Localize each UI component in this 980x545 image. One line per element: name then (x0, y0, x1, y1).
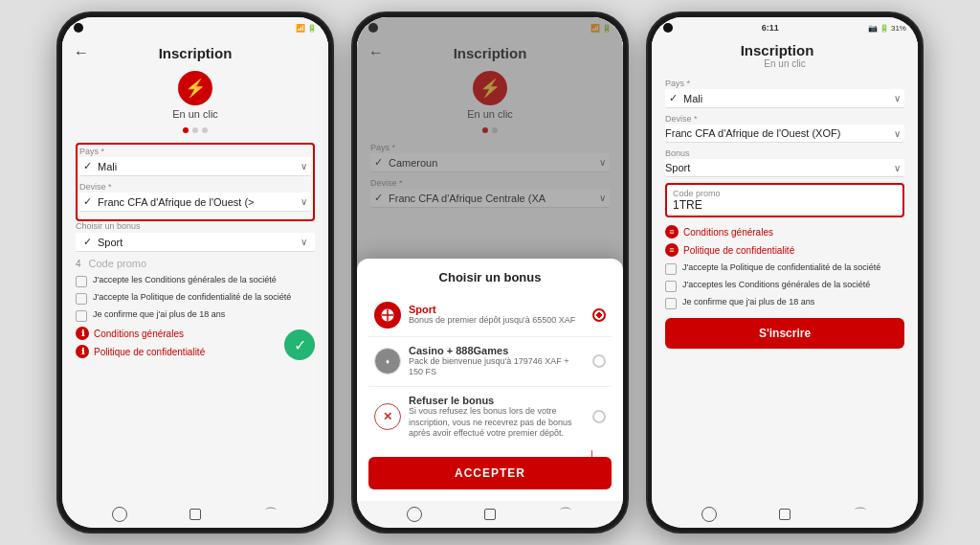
bonus-row-3[interactable]: Sport ∨ (665, 159, 904, 177)
pays-label-3: Pays * (665, 79, 904, 88)
promo-num-1: 4 (76, 259, 81, 269)
nav-square-3[interactable] (775, 505, 794, 524)
bonus-field-3[interactable]: Bonus Sport ∨ (665, 148, 904, 177)
status-bar-3: 6:11 📷 🔋 31% (652, 17, 918, 38)
refuse-desc: Si vous refusez les bonus lors de votre … (409, 406, 585, 440)
nav-square-2[interactable] (480, 505, 500, 524)
header-title-1: Inscription (89, 45, 301, 61)
checkbox-3-3[interactable] (665, 298, 677, 309)
link-row-3-2: ≡ Politique de confidentialité (665, 243, 904, 257)
casino-icon: ♦ (374, 348, 401, 375)
checkbox-3-1[interactable] (665, 263, 677, 275)
link-row-3-1: ≡ Conditions générales (665, 225, 904, 238)
devise-field-3[interactable]: Devise * Franc CFA d'Afrique de l'Ouest … (665, 114, 904, 143)
time-3: 6:11 (762, 23, 779, 33)
phone-1: 📶 🔋 ← Inscription ⚡ En un clic (56, 11, 334, 534)
green-check-btn-1[interactable]: ✓ (284, 329, 315, 360)
devise-row-1[interactable]: ✓ Franc CFA d'Afrique de l'Ouest (> ∨ (79, 193, 311, 212)
pays-row-3[interactable]: ✓ Mali ∨ (665, 89, 904, 108)
bonus-option-casino[interactable]: ♦ Casino + 888Games Pack de bienvenue ju… (368, 337, 612, 387)
link-text-3-1[interactable]: Conditions générales (683, 227, 773, 238)
checkbox-text-1-2: J'accepte la Politique de confidentialit… (93, 292, 291, 304)
bonus-modal: Choisir un bonus Sport Bonus de premier … (357, 259, 623, 501)
devise-value-1: Franc CFA d'Afrique de l'Ouest (> (98, 196, 301, 208)
pays-field-1[interactable]: Pays * ✓ Mali ∨ (79, 147, 311, 176)
dots-1 (62, 127, 328, 133)
status-icons-1: 📶 🔋 (296, 24, 317, 33)
link-text-1-1[interactable]: Conditions générales (94, 329, 184, 339)
radio-casino[interactable] (592, 354, 606, 368)
checkbox-text-3-3: Je confirme que j'ai plus de 18 ans (682, 297, 814, 308)
nav-bar-3: ⌒ (652, 501, 918, 528)
casino-name: Casino + 888Games (409, 345, 585, 356)
camera-1 (74, 23, 83, 33)
bonus-field-1[interactable]: ✓ Sport ∨ (76, 233, 315, 252)
sport-name: Sport (409, 304, 585, 315)
promo-input-box-3[interactable]: Code promo 1TRE (665, 183, 904, 217)
bonus-chevron-1: ∨ (301, 237, 307, 247)
radio-sport[interactable] (592, 308, 606, 322)
phone-2: 📶 🔋 ← Inscription ⚡ En un clic Pays (351, 11, 629, 534)
bonus-chevron-3: ∨ (894, 163, 901, 173)
back-arrow-1[interactable]: ← (74, 44, 89, 61)
camera-3 (663, 23, 673, 33)
pays-row-1[interactable]: ✓ Mali ∨ (79, 157, 311, 176)
bonus-label-3: Bonus (665, 148, 904, 158)
devise-label-1: Devise * (79, 182, 311, 192)
pays-value-3: Mali (683, 93, 894, 104)
refuse-icon: ✕ (374, 403, 401, 430)
bonus-section-1: Choisir un bonus ✓ Sport ∨ (76, 221, 315, 252)
checkbox-row-1-2: J'accepte la Politique de confidentialit… (76, 292, 315, 305)
devise-row-3[interactable]: Franc CFA d'Afrique de l'Ouest (XOF) ∨ (665, 125, 904, 143)
checkbox-text-1-3: Je confirme que j'ai plus de 18 ans (93, 309, 225, 321)
logo-section-1: ⚡ En un clic (62, 65, 328, 124)
checkbox-3-2[interactable] (665, 281, 677, 292)
bonus-option-refuse[interactable]: ✕ Refuser le bonus Si vous refusez les b… (368, 387, 612, 447)
info-icon-3-2: ≡ (665, 243, 679, 257)
svg-text:♦: ♦ (386, 357, 390, 366)
promo-section-1: 4 Code promo (76, 258, 315, 269)
nav-home-1[interactable] (110, 505, 129, 524)
devise-check-1: ✓ (83, 195, 92, 208)
status-bar-1: 📶 🔋 (62, 17, 328, 38)
devise-field-1[interactable]: Devise * ✓ Franc CFA d'Afrique de l'Oues… (79, 182, 311, 212)
promo-input-label-3: Code promo (673, 189, 897, 198)
pays-field-3[interactable]: Pays * ✓ Mali ∨ (665, 79, 904, 108)
checkbox-row-3-2: J'acceptes les Conditions générales de l… (665, 280, 904, 292)
app-header-3: Inscription En un clic (652, 38, 918, 73)
checkbox-1-1[interactable] (76, 276, 87, 287)
sinscire-button[interactable]: S'inscrire (665, 318, 904, 349)
app-header-1: ← Inscription (62, 38, 328, 65)
logo-text-1: En un clic (172, 108, 218, 120)
accept-button[interactable]: ACCEPTER (368, 457, 612, 489)
promo-input-value-3: 1TRE (673, 198, 897, 212)
link-text-1-2[interactable]: Politique de confidentialité (94, 347, 205, 357)
nav-home-2[interactable] (405, 505, 424, 524)
info-icon-1-1: ℹ (76, 327, 89, 340)
bonus-check-1: ✓ (83, 236, 92, 248)
checkbox-1-2[interactable] (76, 293, 87, 305)
nav-home-3[interactable] (700, 505, 719, 524)
bonus-option-sport[interactable]: Sport Bonus de premier dépôt jusqu'à 655… (368, 294, 612, 337)
info-icon-3-1: ≡ (665, 225, 679, 238)
radio-refuse[interactable] (592, 410, 606, 423)
promo-label-1: Code promo (89, 258, 147, 269)
link-row-1-1: ℹ Conditions générales (76, 327, 205, 340)
checkbox-text-3-2: J'acceptes les Conditions générales de l… (682, 280, 870, 291)
logo-icon-1: ⚡ (178, 71, 212, 105)
refuse-name: Refuser le bonus (409, 395, 585, 406)
highlighted-fields-1: Pays * ✓ Mali ∨ Devise * ✓ Franc CF (76, 143, 315, 221)
nav-back-2[interactable]: ⌒ (556, 505, 575, 524)
casino-content: Casino + 888Games Pack de bienvenue jusq… (409, 345, 585, 378)
header-subtitle-3: En un clic (764, 58, 805, 69)
bonus-value-1: Sport (98, 237, 301, 248)
nav-back-3[interactable]: ⌒ (851, 505, 870, 524)
checkbox-1-3[interactable] (76, 310, 87, 322)
header-title-3: Inscription (741, 42, 814, 58)
nav-square-1[interactable] (186, 505, 205, 524)
nav-back-1[interactable]: ⌒ (261, 505, 280, 524)
arrow-indicator: ↓ (588, 444, 596, 465)
link-text-3-2[interactable]: Politique de confidentialité (683, 245, 794, 256)
checkbox-row-3-3: Je confirme que j'ai plus de 18 ans (665, 297, 904, 309)
pays-chevron-1: ∨ (301, 161, 307, 171)
